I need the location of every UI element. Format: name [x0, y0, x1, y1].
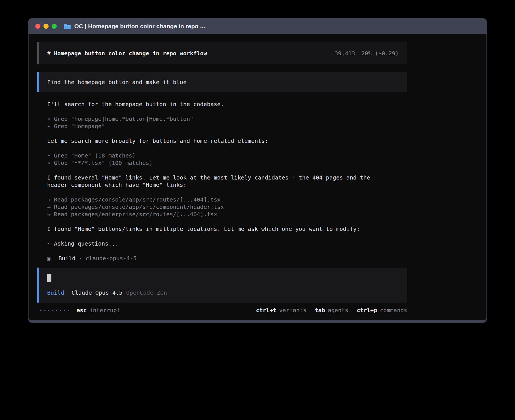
window-title: OC | Homepage button color change in rep…	[74, 23, 205, 30]
shortcut-key: ctrl+p	[357, 307, 377, 314]
titlebar[interactable]: OC | Homepage button color change in rep…	[29, 19, 486, 34]
provider-label: OpenCode Zen	[126, 289, 167, 296]
transcript-tool-paragraph: → Read packages/console/app/src/routes/[…	[47, 196, 386, 218]
transcript-line: → Read packages/console/app/src/routes/[…	[47, 196, 386, 203]
shortcut-key: ctrl+t	[256, 307, 276, 314]
session-header: # Homepage button color change in repo w…	[37, 42, 407, 64]
status-bar-left: esc interrupt	[37, 307, 120, 314]
shortcut-label: agents	[328, 307, 348, 314]
agent-status-row: ▣ Build · claude-opus-4-5	[37, 255, 407, 262]
shortcut-interrupt: esc interrupt	[77, 307, 120, 314]
minimize-button[interactable]	[43, 24, 49, 29]
traffic-lights	[35, 24, 57, 29]
agent-separator: ·	[79, 255, 82, 262]
transcript-text-paragraph: ~ Asking questions...	[47, 240, 386, 247]
spinner-dot	[52, 310, 53, 311]
shortcut-variants: ctrl+t variants	[256, 307, 306, 314]
terminal-window: OC | Homepage button color change in rep…	[28, 18, 487, 323]
spinner-dot	[44, 310, 45, 311]
shortcut-label: commands	[380, 307, 407, 314]
session-usage: 39,413 20% ($0.29)	[335, 50, 399, 57]
spinner-dots	[40, 310, 69, 311]
input-meta: Build Claude Opus 4.5 OpenCode Zen	[47, 289, 399, 296]
token-count: 39,413	[335, 50, 355, 57]
transcript-line: ~ Asking questions...	[47, 240, 386, 247]
shortcut-label: interrupt	[90, 307, 120, 314]
user-message: Find the homepage button and make it blu…	[37, 72, 407, 92]
shortcut-agents: tab agents	[315, 307, 348, 314]
spinner-dot	[56, 310, 57, 311]
transcript-line: I found several "Home" links. Let me loo…	[47, 174, 386, 189]
transcript-line: ∗ Grep "Homepage"	[47, 123, 386, 130]
session-title: # Homepage button color change in repo w…	[47, 50, 207, 57]
close-button[interactable]	[35, 24, 40, 29]
shortcut-label: variants	[279, 307, 306, 314]
text-cursor	[47, 274, 51, 282]
zoom-button[interactable]	[52, 24, 57, 29]
status-bar: esc interrupt ctrl+t variants tab agents…	[37, 307, 407, 314]
transcript-line: I found "Home" buttons/links in multiple…	[47, 225, 386, 233]
shortcut-key: esc	[77, 307, 87, 314]
user-message-text: Find the homepage button and make it blu…	[47, 78, 187, 86]
context-usage: 20% ($0.29)	[361, 50, 399, 57]
folder-icon	[64, 23, 71, 29]
transcript-line: → Read packages/enterprise/src/routes/[.…	[47, 211, 386, 218]
transcript-line: ∗ Grep "Home" (18 matches)	[47, 152, 386, 159]
transcript-text-paragraph: I found several "Home" links. Let me loo…	[47, 174, 386, 189]
shortcut-commands: ctrl+p commands	[357, 307, 407, 314]
spinner-dot	[68, 310, 69, 311]
spinner-dot	[40, 310, 42, 311]
spinner-dot	[64, 310, 65, 311]
transcript-line: I'll search for the homepage button in t…	[47, 100, 386, 108]
transcript: I'll search for the homepage button in t…	[37, 100, 407, 247]
transcript-line: Let me search more broadly for buttons a…	[47, 137, 386, 145]
mode-label[interactable]: Build	[47, 289, 64, 296]
transcript-line: ∗ Grep "homepage|home.*button|Home.*butt…	[47, 115, 386, 123]
transcript-line: ∗ Glob "**/*.tsx" (100 matches)	[47, 159, 386, 167]
transcript-tool-paragraph: ∗ Grep "homepage|home.*button|Home.*butt…	[47, 115, 386, 130]
transcript-text-paragraph: I'll search for the homepage button in t…	[47, 100, 386, 108]
agent-model: claude-opus-4-5	[86, 255, 137, 262]
transcript-tool-paragraph: ∗ Grep "Home" (18 matches)∗ Glob "**/*.t…	[47, 152, 386, 167]
model-label[interactable]: Claude Opus 4.5	[71, 289, 123, 296]
transcript-text-paragraph: I found "Home" buttons/links in multiple…	[47, 225, 386, 233]
transcript-text-paragraph: Let me search more broadly for buttons a…	[47, 137, 386, 145]
transcript-line: → Read packages/console/app/src/componen…	[47, 203, 386, 211]
status-bar-right: ctrl+t variants tab agents ctrl+p comman…	[256, 307, 407, 314]
window-title-group: OC | Homepage button color change in rep…	[64, 23, 205, 30]
shortcut-key: tab	[315, 307, 325, 314]
spinner-dot	[60, 310, 61, 311]
spinner-dot	[48, 310, 49, 311]
agent-name: Build	[58, 255, 75, 262]
prompt-input[interactable]: Build Claude Opus 4.5 OpenCode Zen	[37, 268, 407, 303]
agent-icon: ▣	[47, 255, 58, 262]
